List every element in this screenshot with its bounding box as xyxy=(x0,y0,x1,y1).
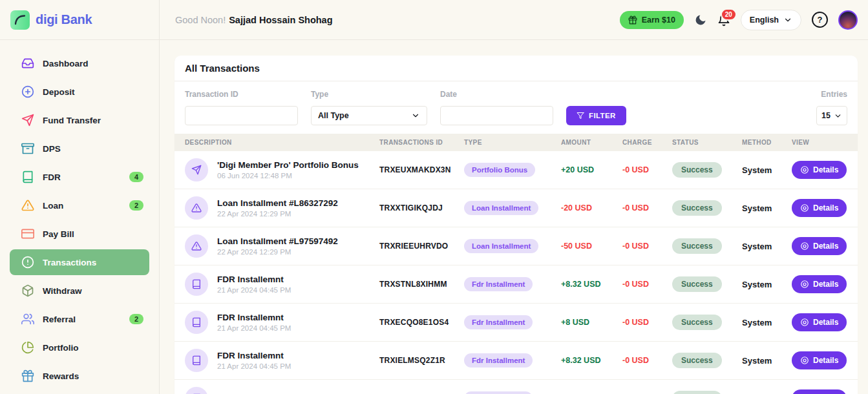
chevron-down-icon xyxy=(783,16,792,25)
transaction-id: TRXIELMSQ2Z1R xyxy=(379,356,464,365)
plus-circle-icon xyxy=(21,85,34,98)
sidebar-item-label: Pay Bill xyxy=(43,229,143,239)
transaction-type-icon-wrap xyxy=(185,196,208,220)
filter-button[interactable]: FILTER xyxy=(566,106,626,125)
date-input[interactable] xyxy=(440,106,553,125)
sidebar-item-loan[interactable]: Loan2 xyxy=(0,191,159,220)
type-select-value: All Type xyxy=(318,111,349,120)
transaction-id: TRXXTIGIKQJDJ xyxy=(379,203,464,213)
table-row: FDR InstallemntFdr InstallmentSuccessDet… xyxy=(175,380,858,394)
amount-value: +8 USD xyxy=(561,318,622,327)
sidebar-item-dashboard[interactable]: Dashboard xyxy=(0,49,159,78)
sidebar-item-label: Referral xyxy=(43,315,121,324)
amount-value: +20 USD xyxy=(561,165,622,174)
table-row: Loan Installment #L8632729222 Apr 2024 1… xyxy=(175,189,858,227)
gift-icon xyxy=(628,16,637,25)
users-icon xyxy=(21,313,34,326)
details-button[interactable]: Details xyxy=(792,237,847,255)
sidebar-item-portfolio[interactable]: Portfolio xyxy=(0,333,159,362)
avatar[interactable] xyxy=(838,10,858,30)
topbar: Good Noon!Sajjad Hossain Shohag Earn $10… xyxy=(160,0,868,40)
column-header-method: METHOD xyxy=(742,139,792,146)
eye-detail-icon xyxy=(800,203,809,213)
transaction-id: TRXRIEEUHRVDO xyxy=(379,242,464,251)
sidebar-item-fdr[interactable]: FDR4 xyxy=(0,163,159,191)
dark-mode-toggle[interactable] xyxy=(694,14,707,26)
entries-select[interactable]: 15 xyxy=(816,106,847,125)
sidebar-item-referral[interactable]: Referral2 xyxy=(0,305,159,333)
funnel-icon xyxy=(577,112,584,119)
sidebar-item-pay-bill[interactable]: Pay Bill xyxy=(0,220,159,248)
status-badge: Success xyxy=(672,315,722,330)
table-row: Loan Installment #L9759749222 Apr 2024 1… xyxy=(175,227,858,265)
transaction-id-input[interactable] xyxy=(185,106,298,125)
date-field: Date xyxy=(440,90,553,125)
table-row: FDR Installemnt21 Apr 2024 04:45 PMTRXEC… xyxy=(175,304,858,342)
transaction-title: Loan Installment #L97597492 xyxy=(217,236,338,246)
page-title: All Transactions xyxy=(185,63,260,74)
transaction-title: Loan Installment #L86327292 xyxy=(217,198,338,208)
details-button-label: Details xyxy=(813,318,838,327)
amount-value: -20 USD xyxy=(561,203,622,213)
notifications-button[interactable]: 20 xyxy=(717,14,730,26)
pie-chart-icon xyxy=(21,341,34,354)
details-button[interactable]: Details xyxy=(792,161,847,179)
book-icon xyxy=(191,355,202,366)
help-button[interactable]: ? xyxy=(812,12,828,28)
language-select[interactable]: English xyxy=(741,10,801,30)
card-header: All Transactions xyxy=(175,56,858,81)
sidebar-item-dps[interactable]: DPS xyxy=(0,134,159,163)
transaction-date: 21 Apr 2024 04:45 PM xyxy=(217,286,291,294)
content: All Transactions Transaction ID Type All… xyxy=(160,40,868,394)
type-badge: Loan Installment xyxy=(464,201,538,215)
details-button[interactable]: Details xyxy=(792,313,847,331)
greeting: Good Noon!Sajjad Hossain Shohag xyxy=(175,15,333,25)
transaction-title: 'Digi Member Pro' Portfolio Bonus xyxy=(217,160,359,170)
sidebar-item-deposit[interactable]: Deposit xyxy=(0,78,159,106)
chevron-down-icon xyxy=(411,111,420,120)
earn-button[interactable]: Earn $10 xyxy=(620,11,684,29)
details-button-label: Details xyxy=(813,280,838,289)
sidebar-item-fund-transfer[interactable]: Fund Transfer xyxy=(0,106,159,134)
transaction-date: 21 Apr 2024 04:45 PM xyxy=(217,324,291,332)
type-select[interactable]: All Type xyxy=(311,106,427,125)
warning-triangle-icon xyxy=(191,203,202,213)
gift-icon xyxy=(628,16,637,25)
amount-value: +8.32 USD xyxy=(561,356,622,365)
transaction-type-icon-wrap xyxy=(185,387,208,394)
charge-value: -0 USD xyxy=(622,203,672,213)
sidebar-item-label: Deposit xyxy=(43,87,143,97)
sidebar-item-label: Transactions xyxy=(43,258,143,267)
logo[interactable]: digi Bank xyxy=(0,0,159,40)
filter-bar: Transaction ID Type All Type Date xyxy=(175,81,858,134)
table-header-row: DESCRIPTIONTRANSACTIONS IDTYPEAMOUNTCHAR… xyxy=(175,134,858,151)
sidebar: digi Bank DashboardDepositFund TransferD… xyxy=(0,0,160,394)
method-value: System xyxy=(742,242,792,251)
description-cell: Loan Installment #L8632729222 Apr 2024 1… xyxy=(185,196,379,220)
sidebar-item-transactions[interactable]: Transactions xyxy=(10,249,149,275)
details-button-label: Details xyxy=(813,203,838,213)
details-button[interactable]: Details xyxy=(792,389,847,394)
transaction-type-icon-wrap xyxy=(185,158,208,181)
description-cell: Loan Installment #L9759749222 Apr 2024 1… xyxy=(185,234,379,258)
transaction-title: FDR Installemnt xyxy=(217,313,291,322)
charge-value: -0 USD xyxy=(622,242,672,251)
charge-value: -0 USD xyxy=(622,356,672,365)
transaction-id: TRXSTNL8XIHMM xyxy=(379,280,464,289)
sidebar-item-withdraw[interactable]: Withdraw xyxy=(0,276,159,305)
details-button[interactable]: Details xyxy=(792,351,847,369)
details-button[interactable]: Details xyxy=(792,275,847,293)
book-icon xyxy=(21,171,34,183)
sidebar-item-label: Fund Transfer xyxy=(43,116,143,125)
brand-name: digi Bank xyxy=(36,12,92,27)
earn-button-label: Earn $10 xyxy=(642,16,675,25)
transaction-date: 21 Apr 2024 04:45 PM xyxy=(217,362,291,370)
status-badge: Success xyxy=(672,276,722,292)
sidebar-item-rewards[interactable]: Rewards xyxy=(0,362,159,390)
eye-detail-icon xyxy=(800,280,809,289)
entries-value: 15 xyxy=(821,111,831,120)
details-button[interactable]: Details xyxy=(792,199,847,217)
method-value: System xyxy=(742,165,792,175)
chevron-down-icon xyxy=(834,112,842,120)
transaction-title: FDR Installemnt xyxy=(217,275,291,284)
